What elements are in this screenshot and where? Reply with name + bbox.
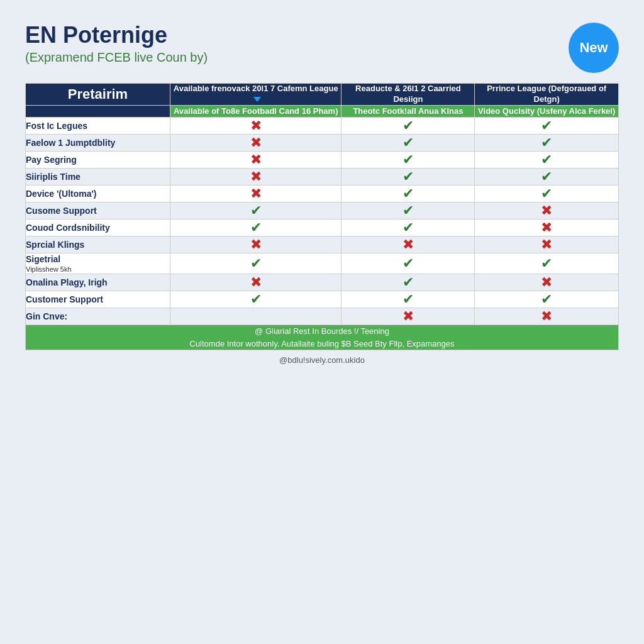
cross-icon: ✖ xyxy=(541,219,552,235)
cross-icon: ✖ xyxy=(541,236,552,252)
table-row: SigetrialViplisshew 5kh✔✔✔ xyxy=(26,253,619,274)
cross-icon: ✖ xyxy=(250,135,262,150)
table-body: Fost Ic Legues✖✔✔Faelow 1 Jumptdblity✖✔✔… xyxy=(26,117,619,325)
check-cell: ✖ xyxy=(170,274,341,291)
check-cell: ✔ xyxy=(341,219,475,236)
table-row: Pay Segring✖✔✔ xyxy=(26,151,619,168)
check-cell: ✔ xyxy=(341,185,475,202)
col-header-1: Available frenovack 20l1 7 Cafemn League xyxy=(170,84,341,106)
cross-icon: ✖ xyxy=(250,152,262,167)
site-footer: @bdlu!sively.com.ukido xyxy=(25,355,619,365)
cross-icon: ✖ xyxy=(250,236,262,252)
check-icon: ✔ xyxy=(541,118,552,133)
page-subtitle: (Expramend FCEB live Coun by) xyxy=(25,50,208,65)
check-cell: ✔ xyxy=(341,291,475,308)
feature-label: Fost Ic Legues xyxy=(26,117,170,134)
feature-label: Faelow 1 Jumptdblity xyxy=(26,134,170,151)
new-badge: New xyxy=(569,23,619,73)
table-row: Onalina Plagy, Irigh✖✔✖ xyxy=(26,274,619,291)
check-cell: ✖ xyxy=(341,308,475,325)
check-cell: ✔ xyxy=(341,202,475,219)
cross-icon: ✖ xyxy=(541,274,552,290)
check-cell: ✔ xyxy=(341,274,475,291)
check-cell: ✔ xyxy=(475,168,619,185)
check-cell: ✔ xyxy=(170,219,341,236)
check-cell: ✔ xyxy=(341,168,475,185)
feature-label: Pay Segring xyxy=(26,151,170,168)
feature-label: Cusome Support xyxy=(26,202,170,219)
cross-icon: ✖ xyxy=(541,308,552,324)
check-cell: ✔ xyxy=(341,151,475,168)
table-row: Siiriplis Time✖✔✔ xyxy=(26,168,619,185)
col-header-3: Prrince League (Defgoraued of Detgn) xyxy=(475,84,619,106)
check-icon: ✔ xyxy=(402,203,414,218)
feature-label: Device '(Ultoma') xyxy=(26,185,170,202)
col-header-2: Readucte & 26l1 2 Caarried Desiign xyxy=(341,84,475,106)
check-cell: ✔ xyxy=(341,253,475,274)
check-icon: ✔ xyxy=(402,255,414,271)
check-icon: ✔ xyxy=(402,186,414,201)
check-cell: ✖ xyxy=(341,236,475,253)
check-cell: ✔ xyxy=(475,253,619,274)
check-cell: ✖ xyxy=(475,219,619,236)
check-cell: ✔ xyxy=(170,202,341,219)
check-icon: ✔ xyxy=(402,291,414,307)
header-row-green: Available of To8e Footbadl Cand 16 Pham)… xyxy=(26,105,619,117)
check-icon: ✔ xyxy=(250,255,262,271)
feature-label: Customer Support xyxy=(26,291,170,308)
table-row: Device '(Ultoma')✖✔✔ xyxy=(26,185,619,202)
feature-label: SigetrialViplisshew 5kh xyxy=(26,253,170,274)
check-icon: ✔ xyxy=(541,169,552,184)
header-row-top: Pretairim Available frenovack 20l1 7 Caf… xyxy=(26,84,619,106)
header-area: EN Poternige (Expramend FCEB live Coun b… xyxy=(25,23,619,73)
feature-label: Siiriplis Time xyxy=(26,168,170,185)
check-cell: ✖ xyxy=(170,117,341,134)
table-row: Couod Cordsnibility✔✔✖ xyxy=(26,219,619,236)
check-cell: ✔ xyxy=(170,291,341,308)
comparison-table: Pretairim Available frenovack 20l1 7 Caf… xyxy=(25,83,619,350)
cross-icon: ✖ xyxy=(250,186,262,201)
check-cell: ✔ xyxy=(170,253,341,274)
table-row: Customer Support✔✔✔ xyxy=(26,291,619,308)
check-cell xyxy=(170,308,341,325)
check-cell: ✖ xyxy=(170,236,341,253)
check-icon: ✔ xyxy=(250,291,262,307)
check-icon: ✔ xyxy=(402,152,414,167)
check-cell: ✖ xyxy=(475,202,619,219)
feature-header-green xyxy=(26,105,170,117)
check-cell: ✖ xyxy=(475,236,619,253)
check-cell: ✔ xyxy=(341,117,475,134)
feature-label: Sprcial Klings xyxy=(26,236,170,253)
table-row: Cusome Support✔✔✖ xyxy=(26,202,619,219)
feature-label: Couod Cordsnibility xyxy=(26,219,170,236)
col-subheader-2: Theotc Footk!all Anua Klnas xyxy=(341,105,475,117)
check-cell: ✔ xyxy=(341,134,475,151)
check-cell: ✖ xyxy=(475,274,619,291)
check-icon: ✔ xyxy=(541,152,552,167)
check-cell: ✔ xyxy=(475,185,619,202)
check-cell: ✖ xyxy=(170,185,341,202)
cross-icon: ✖ xyxy=(250,118,262,133)
footer-cell: @ Gliarial Rest In Bourdes !/ Teening Cu… xyxy=(26,325,619,350)
check-icon: ✔ xyxy=(541,291,552,307)
arrow-down-icon xyxy=(253,97,261,102)
col-subheader-1: Available of To8e Footbadl Cand 16 Pham) xyxy=(170,105,341,117)
check-icon: ✔ xyxy=(541,135,552,150)
check-icon: ✔ xyxy=(541,255,552,271)
check-cell: ✖ xyxy=(475,308,619,325)
cross-icon: ✖ xyxy=(541,203,552,218)
check-icon: ✔ xyxy=(402,274,414,290)
check-icon: ✔ xyxy=(402,118,414,133)
page-wrapper: EN Poternige (Expramend FCEB live Coun b… xyxy=(13,13,631,377)
table-row: Fost Ic Legues✖✔✔ xyxy=(26,117,619,134)
feature-label: Gin Cnve: xyxy=(26,308,170,325)
check-cell: ✔ xyxy=(475,134,619,151)
check-cell: ✖ xyxy=(170,134,341,151)
check-icon: ✔ xyxy=(402,135,414,150)
check-cell: ✔ xyxy=(475,151,619,168)
check-icon: ✔ xyxy=(402,169,414,184)
check-cell: ✖ xyxy=(170,168,341,185)
cross-icon: ✖ xyxy=(250,169,262,184)
check-cell: ✔ xyxy=(475,117,619,134)
check-cell: ✖ xyxy=(170,151,341,168)
